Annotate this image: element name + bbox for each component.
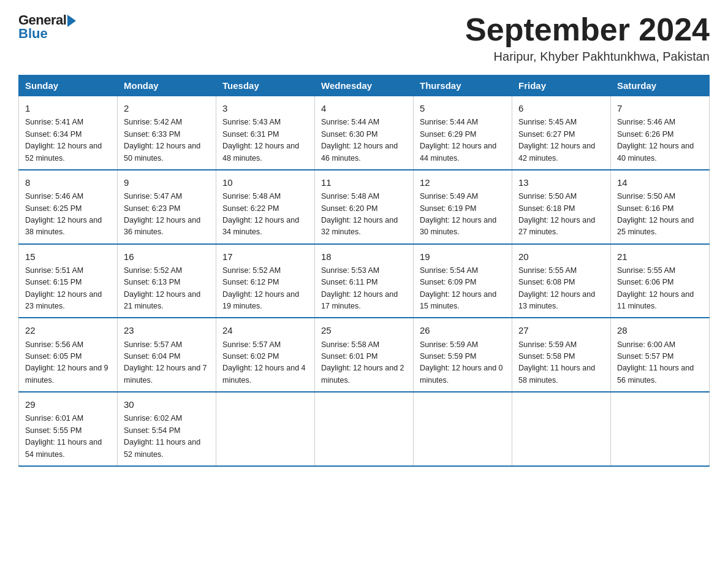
day-info: Sunrise: 5:43 AM Sunset: 6:31 PM Dayligh… <box>222 117 308 164</box>
day-info: Sunrise: 5:44 AM Sunset: 6:30 PM Dayligh… <box>321 117 407 164</box>
day-info: Sunrise: 5:48 AM Sunset: 6:22 PM Dayligh… <box>222 191 308 239</box>
calendar-cell: 3 Sunrise: 5:43 AM Sunset: 6:31 PM Dayli… <box>216 96 315 170</box>
day-info: Sunrise: 6:02 AM Sunset: 5:54 PM Dayligh… <box>124 413 210 461</box>
page-header: General Blue September 2024 Haripur, Khy… <box>18 12 710 64</box>
day-number: 24 <box>222 323 308 337</box>
calendar-cell <box>216 392 315 466</box>
calendar-table: Sunday Monday Tuesday Wednesday Thursday… <box>18 75 710 467</box>
calendar-cell <box>512 392 611 466</box>
calendar-cell: 8 Sunrise: 5:46 AM Sunset: 6:25 PM Dayli… <box>19 170 118 244</box>
calendar-cell: 19 Sunrise: 5:54 AM Sunset: 6:09 PM Dayl… <box>414 244 512 318</box>
day-number: 28 <box>617 323 703 337</box>
calendar-cell: 28 Sunrise: 6:00 AM Sunset: 5:57 PM Dayl… <box>611 318 710 392</box>
calendar-cell: 7 Sunrise: 5:46 AM Sunset: 6:26 PM Dayli… <box>611 96 710 170</box>
calendar-cell: 12 Sunrise: 5:49 AM Sunset: 6:19 PM Dayl… <box>414 170 512 244</box>
day-info: Sunrise: 5:52 AM Sunset: 6:13 PM Dayligh… <box>124 265 210 313</box>
day-info: Sunrise: 5:41 AM Sunset: 6:34 PM Dayligh… <box>25 117 111 164</box>
day-info: Sunrise: 5:55 AM Sunset: 6:06 PM Dayligh… <box>617 265 703 313</box>
day-number: 15 <box>25 250 111 264</box>
month-title: September 2024 <box>465 12 710 47</box>
day-info: Sunrise: 5:46 AM Sunset: 6:26 PM Dayligh… <box>617 117 703 164</box>
day-number: 20 <box>518 250 604 264</box>
day-number: 5 <box>420 101 506 115</box>
day-info: Sunrise: 5:45 AM Sunset: 6:27 PM Dayligh… <box>518 117 604 164</box>
title-block: September 2024 Haripur, Khyber Pakhtunkh… <box>465 12 710 64</box>
calendar-cell: 26 Sunrise: 5:59 AM Sunset: 5:59 PM Dayl… <box>414 318 512 392</box>
day-info: Sunrise: 5:53 AM Sunset: 6:11 PM Dayligh… <box>321 265 407 313</box>
day-number: 25 <box>321 323 407 337</box>
day-info: Sunrise: 6:00 AM Sunset: 5:57 PM Dayligh… <box>617 339 703 387</box>
day-number: 16 <box>124 250 210 264</box>
calendar-week-row: 29 Sunrise: 6:01 AM Sunset: 5:55 PM Dayl… <box>19 392 710 466</box>
day-info: Sunrise: 5:47 AM Sunset: 6:23 PM Dayligh… <box>124 191 210 239</box>
calendar-body: 1 Sunrise: 5:41 AM Sunset: 6:34 PM Dayli… <box>19 96 710 466</box>
day-number: 4 <box>321 101 407 115</box>
col-thursday: Thursday <box>414 75 512 96</box>
calendar-header: Sunday Monday Tuesday Wednesday Thursday… <box>19 75 710 96</box>
day-info: Sunrise: 5:56 AM Sunset: 6:05 PM Dayligh… <box>25 339 111 387</box>
calendar-cell: 21 Sunrise: 5:55 AM Sunset: 6:06 PM Dayl… <box>611 244 710 318</box>
day-info: Sunrise: 5:46 AM Sunset: 6:25 PM Dayligh… <box>25 191 111 239</box>
day-info: Sunrise: 5:52 AM Sunset: 6:12 PM Dayligh… <box>222 265 308 313</box>
day-number: 30 <box>124 397 210 412</box>
day-number: 1 <box>25 101 111 115</box>
calendar-cell: 18 Sunrise: 5:53 AM Sunset: 6:11 PM Dayl… <box>315 244 414 318</box>
calendar-cell: 23 Sunrise: 5:57 AM Sunset: 6:04 PM Dayl… <box>118 318 216 392</box>
day-info: Sunrise: 5:58 AM Sunset: 6:01 PM Dayligh… <box>321 339 407 387</box>
day-number: 9 <box>124 175 210 190</box>
calendar-cell: 1 Sunrise: 5:41 AM Sunset: 6:34 PM Dayli… <box>19 96 118 170</box>
logo: General Blue <box>18 12 76 42</box>
day-info: Sunrise: 5:42 AM Sunset: 6:33 PM Dayligh… <box>124 117 210 164</box>
day-number: 18 <box>321 250 407 264</box>
calendar-cell: 25 Sunrise: 5:58 AM Sunset: 6:01 PM Dayl… <box>315 318 414 392</box>
day-number: 3 <box>222 101 308 115</box>
day-number: 7 <box>617 101 703 115</box>
day-number: 19 <box>420 250 506 264</box>
calendar-week-row: 1 Sunrise: 5:41 AM Sunset: 6:34 PM Dayli… <box>19 96 710 170</box>
calendar-cell: 2 Sunrise: 5:42 AM Sunset: 6:33 PM Dayli… <box>118 96 216 170</box>
day-number: 22 <box>25 323 111 337</box>
day-number: 26 <box>420 323 506 337</box>
calendar-cell: 14 Sunrise: 5:50 AM Sunset: 6:16 PM Dayl… <box>611 170 710 244</box>
day-info: Sunrise: 5:57 AM Sunset: 6:04 PM Dayligh… <box>124 339 210 387</box>
day-info: Sunrise: 5:59 AM Sunset: 5:58 PM Dayligh… <box>518 339 604 387</box>
day-number: 2 <box>124 101 210 115</box>
calendar-cell: 10 Sunrise: 5:48 AM Sunset: 6:22 PM Dayl… <box>216 170 315 244</box>
col-wednesday: Wednesday <box>315 75 414 96</box>
calendar-cell <box>611 392 710 466</box>
day-number: 14 <box>617 175 703 190</box>
calendar-cell <box>315 392 414 466</box>
day-number: 23 <box>124 323 210 337</box>
day-info: Sunrise: 6:01 AM Sunset: 5:55 PM Dayligh… <box>25 413 111 461</box>
calendar-cell: 16 Sunrise: 5:52 AM Sunset: 6:13 PM Dayl… <box>118 244 216 318</box>
logo-blue-text: Blue <box>18 26 48 42</box>
day-info: Sunrise: 5:44 AM Sunset: 6:29 PM Dayligh… <box>420 117 506 164</box>
day-number: 27 <box>518 323 604 337</box>
calendar-cell: 4 Sunrise: 5:44 AM Sunset: 6:30 PM Dayli… <box>315 96 414 170</box>
calendar-cell: 9 Sunrise: 5:47 AM Sunset: 6:23 PM Dayli… <box>118 170 216 244</box>
calendar-cell: 15 Sunrise: 5:51 AM Sunset: 6:15 PM Dayl… <box>19 244 118 318</box>
logo-triangle-icon <box>67 15 76 27</box>
day-number: 13 <box>518 175 604 190</box>
col-sunday: Sunday <box>19 75 118 96</box>
day-number: 10 <box>222 175 308 190</box>
calendar-week-row: 15 Sunrise: 5:51 AM Sunset: 6:15 PM Dayl… <box>19 244 710 318</box>
calendar-week-row: 22 Sunrise: 5:56 AM Sunset: 6:05 PM Dayl… <box>19 318 710 392</box>
col-friday: Friday <box>512 75 611 96</box>
day-number: 6 <box>518 101 604 115</box>
header-row: Sunday Monday Tuesday Wednesday Thursday… <box>19 75 710 96</box>
calendar-cell: 6 Sunrise: 5:45 AM Sunset: 6:27 PM Dayli… <box>512 96 611 170</box>
day-info: Sunrise: 5:49 AM Sunset: 6:19 PM Dayligh… <box>420 191 506 239</box>
day-info: Sunrise: 5:54 AM Sunset: 6:09 PM Dayligh… <box>420 265 506 313</box>
day-number: 11 <box>321 175 407 190</box>
day-info: Sunrise: 5:48 AM Sunset: 6:20 PM Dayligh… <box>321 191 407 239</box>
calendar-cell: 17 Sunrise: 5:52 AM Sunset: 6:12 PM Dayl… <box>216 244 315 318</box>
day-info: Sunrise: 5:55 AM Sunset: 6:08 PM Dayligh… <box>518 265 604 313</box>
calendar-cell <box>414 392 512 466</box>
col-tuesday: Tuesday <box>216 75 315 96</box>
location-title: Haripur, Khyber Pakhtunkhwa, Pakistan <box>465 50 710 64</box>
day-info: Sunrise: 5:50 AM Sunset: 6:18 PM Dayligh… <box>518 191 604 239</box>
calendar-cell: 24 Sunrise: 5:57 AM Sunset: 6:02 PM Dayl… <box>216 318 315 392</box>
calendar-cell: 30 Sunrise: 6:02 AM Sunset: 5:54 PM Dayl… <box>118 392 216 466</box>
calendar-cell: 27 Sunrise: 5:59 AM Sunset: 5:58 PM Dayl… <box>512 318 611 392</box>
